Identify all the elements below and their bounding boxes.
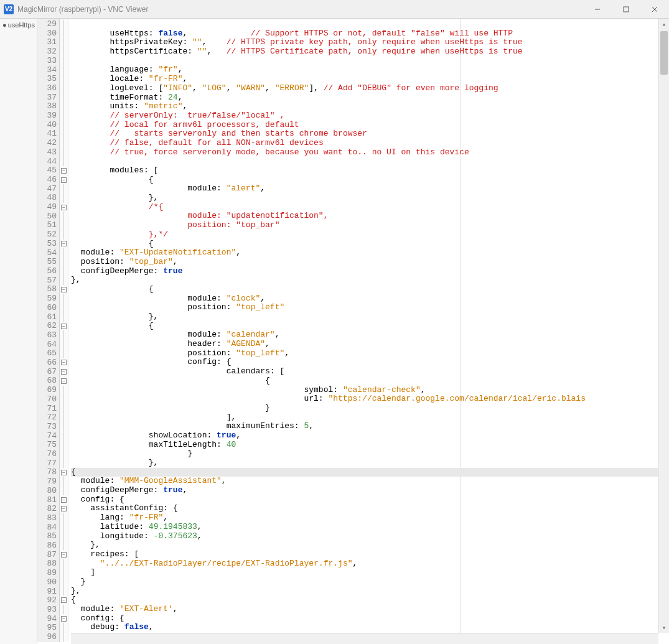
code-line[interactable]: longitude: -0.375623,	[71, 532, 658, 541]
fold-marker[interactable]	[60, 29, 68, 39]
code-line[interactable]: config: {	[71, 614, 658, 623]
code-line[interactable]	[71, 157, 658, 166]
code-line[interactable]: position: "top_bar"	[71, 221, 658, 230]
code-line[interactable]: {	[71, 175, 658, 185]
fold-marker[interactable]	[60, 212, 68, 221]
fold-marker[interactable]	[60, 303, 68, 312]
code-line[interactable]: position: "top_left",	[71, 349, 658, 358]
code-line[interactable]: },	[71, 312, 658, 322]
fold-marker[interactable]: −	[60, 322, 68, 331]
fold-marker[interactable]	[60, 248, 68, 258]
code-line[interactable]: logLevel: ["INFO", "LOG", "WARN", "ERROR…	[71, 84, 658, 93]
code-line[interactable]: },*/	[71, 230, 658, 240]
fold-marker[interactable]	[60, 632, 68, 642]
code-content[interactable]: useHttps: false, // Support HTTPS or not…	[71, 19, 658, 642]
code-line[interactable]: modules: [	[71, 166, 658, 175]
fold-marker[interactable]	[60, 194, 68, 203]
fold-marker[interactable]	[60, 276, 68, 285]
fold-marker[interactable]	[60, 20, 68, 29]
fold-marker[interactable]	[60, 568, 68, 577]
fold-marker[interactable]: −	[60, 203, 68, 212]
side-item-usehttps[interactable]: ● useHttps [30	[0, 20, 37, 30]
code-line[interactable]: ]	[71, 568, 658, 577]
fold-marker[interactable]	[60, 93, 68, 103]
fold-marker[interactable]	[60, 312, 68, 322]
code-line[interactable]: },	[71, 541, 658, 550]
fold-marker[interactable]	[60, 459, 68, 468]
fold-marker[interactable]: −	[60, 285, 68, 294]
code-line[interactable]: // false, default for all NON-armv6l dev…	[71, 139, 658, 148]
code-line[interactable]: httpsPrivateKey: "", // HTTPS private ke…	[71, 38, 658, 47]
code-line[interactable]: module: "clock",	[71, 294, 658, 304]
fold-marker[interactable]	[60, 605, 68, 614]
fold-marker[interactable]	[60, 513, 68, 523]
code-line[interactable]: {	[71, 240, 658, 249]
fold-marker[interactable]	[60, 184, 68, 194]
code-line[interactable]: configDeepMerge: true,	[71, 486, 658, 495]
code-line[interactable]: maximumEntries: 5,	[71, 422, 658, 431]
fold-marker[interactable]	[60, 422, 68, 431]
horizontal-scrollbar[interactable]	[71, 633, 658, 644]
fold-marker[interactable]	[60, 349, 68, 358]
fold-marker[interactable]	[60, 111, 68, 121]
fold-marker[interactable]: −	[60, 495, 68, 505]
fold-marker[interactable]	[60, 121, 68, 130]
fold-marker[interactable]	[60, 386, 68, 395]
code-line[interactable]: lang: "fr-FR",	[71, 513, 658, 523]
fold-marker[interactable]	[60, 267, 68, 276]
fold-marker[interactable]	[60, 294, 68, 304]
code-line[interactable]: url: "https://calendar.google.com/calend…	[71, 394, 658, 404]
fold-marker[interactable]	[60, 221, 68, 230]
code-line[interactable]: }	[71, 577, 658, 587]
fold-marker[interactable]	[60, 431, 68, 441]
fold-marker[interactable]	[60, 84, 68, 93]
code-line[interactable]: locale: "fr-FR",	[71, 75, 658, 84]
fold-marker[interactable]	[60, 587, 68, 596]
code-line[interactable]: maxTitleLength: 40	[71, 441, 658, 450]
code-line[interactable]: calendars: [	[71, 367, 658, 376]
code-line[interactable]	[71, 57, 658, 66]
fold-marker[interactable]	[60, 394, 68, 404]
fold-marker[interactable]: −	[60, 367, 68, 376]
code-line[interactable]: showLocation: true,	[71, 431, 658, 441]
minimize-button[interactable]	[583, 0, 612, 18]
code-line[interactable]: {	[71, 376, 658, 386]
fold-marker[interactable]: −	[60, 175, 68, 185]
code-line[interactable]: },	[71, 194, 658, 203]
code-line[interactable]: // starts serveronly and then starts chr…	[71, 129, 658, 139]
code-line[interactable]: {	[71, 595, 658, 605]
fold-marker[interactable]: −	[60, 550, 68, 559]
code-line[interactable]: symbol: "calendar-check",	[71, 386, 658, 395]
code-line[interactable]: assistantConfig: {	[71, 504, 658, 513]
fold-marker[interactable]	[60, 65, 68, 75]
fold-marker[interactable]	[60, 47, 68, 57]
vertical-scrollbar[interactable]: ▴ ▾	[658, 19, 669, 633]
fold-marker[interactable]	[60, 230, 68, 240]
fold-marker[interactable]	[60, 57, 68, 66]
code-line[interactable]: module: "alert",	[71, 184, 658, 194]
code-line[interactable]: timeFormat: 24,	[71, 93, 658, 103]
code-line[interactable]: config: {	[71, 495, 658, 505]
code-line[interactable]: module: "EXT-UpdateNotification",	[71, 248, 658, 258]
code-line[interactable]: }	[71, 404, 658, 413]
code-line[interactable]: configDeepMerge: true	[71, 267, 658, 276]
fold-marker[interactable]	[60, 148, 68, 157]
fold-marker[interactable]	[60, 102, 68, 111]
code-line[interactable]: /*{	[71, 203, 658, 212]
code-editor[interactable]: 2930313233343536373839404142434445464748…	[37, 19, 669, 644]
code-line[interactable]: module: "calendar",	[71, 330, 658, 340]
code-line[interactable]	[71, 20, 658, 29]
fold-marker[interactable]	[60, 449, 68, 459]
code-line[interactable]: },	[71, 587, 658, 596]
code-line[interactable]: position: "top_bar",	[71, 258, 658, 267]
code-line[interactable]: },	[71, 459, 658, 468]
code-line[interactable]: }	[71, 449, 658, 459]
fold-marker[interactable]	[60, 157, 68, 166]
code-line[interactable]: module: "updatenotification",	[71, 212, 658, 221]
fold-marker[interactable]: −	[60, 468, 68, 477]
code-line[interactable]: // true, force serveronly mode, because …	[71, 148, 658, 157]
code-line[interactable]: // local for armv6l processors, default	[71, 121, 658, 130]
code-line[interactable]: module: "MMM-GoogleAssistant",	[71, 477, 658, 486]
fold-marker[interactable]	[60, 258, 68, 267]
code-line[interactable]: units: "metric",	[71, 102, 658, 111]
